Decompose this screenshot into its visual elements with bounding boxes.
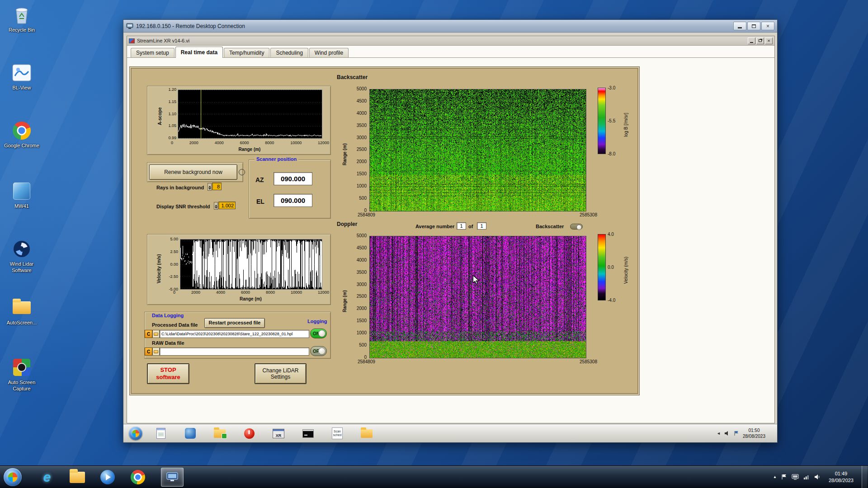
tick-label: 2500 (357, 147, 367, 152)
remote-taskbar-folder-icon[interactable] (212, 426, 227, 441)
desktop-icon-recycle-bin[interactable]: Recycle Bin (2, 5, 42, 33)
tab-system-setup[interactable]: System setup (131, 48, 175, 57)
tick-label: 4.0 (608, 232, 614, 237)
tick-label: 0.0 (608, 265, 614, 270)
rdp-close-button[interactable]: × (761, 22, 774, 30)
rdp-window: 192.168.0.150 - Remote Desktop Connectio… (123, 19, 778, 443)
rdp-titlebar[interactable]: 192.168.0.150 - Remote Desktop Connectio… (123, 20, 777, 33)
desktop-icon-bl-view[interactable]: BL-View (2, 62, 42, 91)
desktop-icon-autoscreen-folder[interactable]: AutoScreen... (2, 297, 42, 326)
app-close-button[interactable]: × (765, 38, 773, 44)
doppler-y-ticks: 5000450040003500300025002000150010005000 (348, 233, 367, 360)
raw-data-file-label: RAW Data file (152, 340, 184, 346)
streamline-app-window: StreamLine XR v14-6.vi × System setup Re… (127, 36, 775, 423)
scan-icon-text: sched (333, 433, 342, 437)
tray-up-arrow[interactable]: ▲ (773, 475, 777, 479)
backscatter-y-axis-label: Range (m) (342, 143, 347, 165)
front-panel: A-scope 1.201.151.101.050.99 02000400060… (129, 66, 640, 395)
change-lidar-settings-button[interactable]: Change LiDAR Settings (255, 363, 307, 384)
taskbar-ie-icon[interactable]: e (38, 468, 56, 486)
close-icon: × (766, 23, 769, 29)
average-number-label: Average number (415, 224, 454, 229)
app-minimize-button[interactable] (748, 38, 755, 44)
remote-taskbar-power-icon[interactable] (241, 426, 257, 441)
desktop-icon-wind-lidar[interactable]: Wind Lidar Software (2, 239, 42, 274)
renew-background-button[interactable]: Renew background now (149, 164, 237, 180)
rdp-minimize-button[interactable] (733, 22, 746, 30)
host-clock-time: 01:49 (829, 470, 854, 477)
rays-in-background-field[interactable]: 8 (212, 183, 222, 190)
remote-taskbar-scan-sched-icon[interactable]: Scansched (330, 426, 345, 441)
tick-label: 1500 (357, 171, 367, 176)
ascope-x-axis-label: Range (m) (178, 147, 321, 152)
folder-icon (154, 350, 158, 353)
remote-taskbar-console-icon[interactable] (300, 426, 316, 441)
rdp-maximize-button[interactable] (747, 22, 760, 30)
remote-tray-volume-icon[interactable] (724, 431, 730, 436)
tick-label: 1.05 (168, 123, 176, 128)
taskbar-explorer-icon[interactable] (68, 468, 86, 486)
az-field[interactable]: 090.000 (274, 172, 312, 185)
auto-screen-capture-icon (2, 357, 42, 378)
raw-browse-button[interactable] (152, 347, 160, 356)
tick-label: 8000 (265, 141, 274, 145)
desktop-icon-auto-screen-capture[interactable]: Auto Screen Capture (2, 357, 42, 392)
processed-data-file-label: Processed Data file (152, 322, 198, 328)
snr-spinner[interactable] (214, 202, 218, 210)
remote-start-button[interactable] (129, 427, 142, 440)
tray-display-icon[interactable] (792, 474, 799, 480)
tray-flag-icon[interactable] (781, 474, 787, 480)
stop-software-button[interactable]: STOP software (147, 363, 189, 384)
taskbar-wmp-icon[interactable] (99, 468, 117, 486)
remote-taskbar-xr-app-icon[interactable]: XR (271, 426, 286, 441)
tick-label: 12000 (318, 290, 329, 295)
tray-volume-icon[interactable] (814, 474, 821, 480)
taskbar-rdp-button[interactable] (161, 468, 184, 487)
tab-scheduling[interactable]: Scheduling (270, 48, 308, 57)
show-desktop-button[interactable] (862, 466, 867, 488)
start-button[interactable] (4, 468, 22, 486)
remote-tray-collapse-icon[interactable]: ◄ (717, 431, 721, 436)
tick-label: 8000 (266, 290, 275, 295)
processed-browse-button[interactable] (152, 330, 160, 338)
raw-drive-selector[interactable]: C (145, 347, 152, 356)
average-count-field[interactable]: 1 (477, 222, 486, 230)
app-titlebar[interactable]: StreamLine XR v14-6.vi × (127, 36, 774, 46)
tick-label: 2585308 (580, 359, 597, 364)
backscatter-toggle[interactable] (570, 224, 583, 230)
tab-wind-profile[interactable]: Wind profile (309, 48, 349, 57)
renew-background-group: Renew background now (147, 162, 243, 182)
desktop-icon-label: MW41 (2, 203, 42, 210)
tray-clock[interactable]: 01:49 28/08/2023 (825, 470, 857, 483)
stop-button-line2: software (156, 374, 180, 381)
doppler-x-ticks: 25848092585308 (358, 359, 597, 364)
processed-logging-toggle[interactable]: ON (310, 328, 327, 338)
el-label: EL (256, 198, 264, 205)
desktop-icon-google-chrome[interactable]: Google Chrome (2, 120, 42, 149)
remote-taskbar-blue-app-icon[interactable] (183, 426, 198, 441)
app-restore-button[interactable] (756, 38, 764, 44)
desktop-icon-mw41[interactable]: MW41 (2, 181, 42, 210)
rays-spinner[interactable] (208, 183, 212, 191)
tab-temp-humidity[interactable]: Temp/humidity (224, 48, 269, 57)
raw-data-file-path[interactable] (160, 347, 309, 356)
restart-processed-file-button[interactable]: Restart processed file (204, 318, 265, 328)
ascope-y-ticks: 1.201.151.101.050.99 (158, 87, 176, 140)
remote-tray-clock[interactable]: 01:50 28/08/2023 (743, 427, 765, 439)
remote-tray-flag-icon[interactable] (734, 431, 739, 436)
desktop: Recycle Bin BL-View Google Chrome MW41 W… (0, 0, 868, 488)
processed-drive-selector[interactable]: C (145, 330, 152, 338)
tab-real-time-data[interactable]: Real time data (175, 47, 223, 58)
raw-logging-toggle[interactable]: OFF (310, 346, 327, 356)
snr-threshold-field[interactable]: 1.002 (218, 202, 236, 209)
processed-data-file-path[interactable]: C:\Lidar\Data\Proc\2023\202308\20230828\… (160, 330, 309, 338)
tick-label: 6000 (240, 141, 249, 145)
remote-taskbar-explorer-icon[interactable] (359, 426, 374, 441)
remote-taskbar-notepad-icon[interactable] (153, 426, 169, 441)
el-field[interactable]: 090.000 (274, 194, 312, 207)
taskbar-chrome-icon[interactable] (129, 468, 147, 486)
mw41-icon (2, 181, 42, 202)
tray-network-icon[interactable] (803, 474, 810, 480)
tick-label: 1500 (357, 318, 367, 323)
average-number-field[interactable]: 1 (457, 222, 466, 230)
